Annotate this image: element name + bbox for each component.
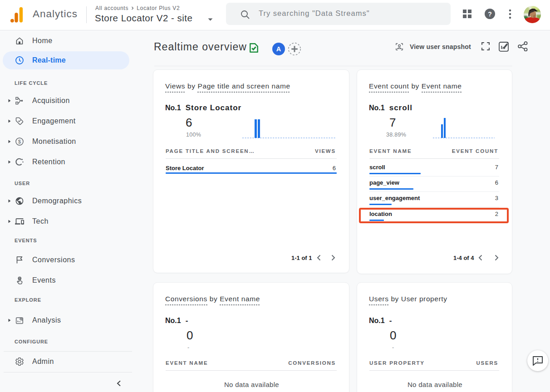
svg-text:$: $: [18, 139, 21, 144]
svg-text:?: ?: [488, 10, 492, 18]
